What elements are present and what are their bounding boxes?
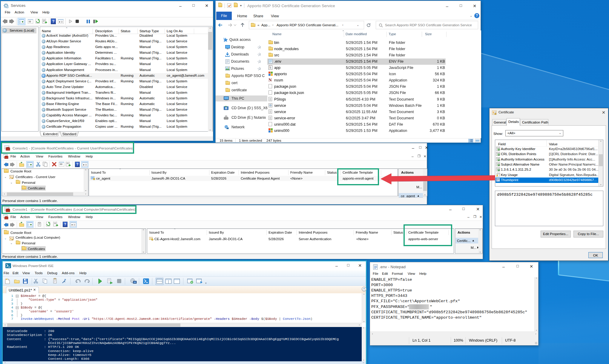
svg-text:S: S <box>269 66 271 69</box>
